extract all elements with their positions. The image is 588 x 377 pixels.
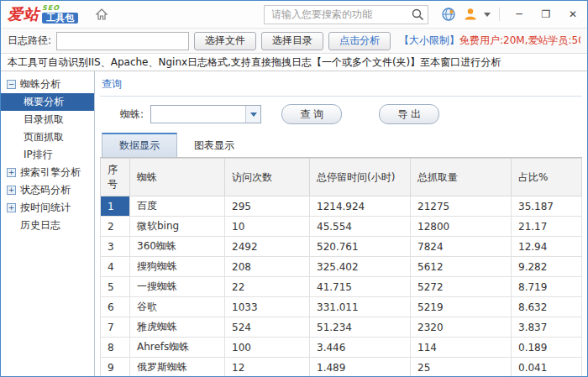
table-cell: 8.632 xyxy=(512,297,582,317)
column-header-0: 序号 xyxy=(101,159,130,196)
table-cell: 41.715 xyxy=(310,277,411,297)
table-cell: 搜狗蜘蛛 xyxy=(130,257,225,277)
user-icon[interactable] xyxy=(462,6,479,23)
table-wrap: 序号蜘蛛访问次数总停留时间(小时)总抓取量占比% 1百度2951214.9242… xyxy=(100,158,582,376)
search-icon[interactable] xyxy=(411,8,425,24)
table-cell: 25 xyxy=(411,358,512,377)
table-row-0[interactable]: 1百度2951214.9242127535.187 xyxy=(101,196,582,217)
tab-chart-view[interactable]: 图表显示 xyxy=(177,134,251,157)
table-cell: 9.282 xyxy=(512,257,582,277)
main-panel: 查询 蜘蛛: 查 询 导 出 数据显示 图表显示 序号蜘蛛访问次数总停留时间(小… xyxy=(95,71,587,376)
sidebar-item-6[interactable]: +状态码分析 xyxy=(1,181,94,199)
log-toolbar: 日志路径: 选择文件 选择目录 点击分析 【大小限制】免费用户:20M,爱站学员… xyxy=(1,29,587,54)
table-cell: 3.446 xyxy=(310,338,411,358)
sidebar-item-1[interactable]: 概要分析 xyxy=(1,93,94,111)
table-cell: 12 xyxy=(225,358,310,377)
search-box xyxy=(264,5,428,24)
column-header-5: 占比% xyxy=(512,159,582,196)
size-limit-text: 免费用户:20M,爱站学员:500M,VIP/站群用户:无限制 xyxy=(459,34,580,46)
logo-stack: SEO 工具包 xyxy=(42,5,78,24)
table-cell: 524 xyxy=(225,317,310,338)
table-row-6[interactable]: 7雅虎蜘蛛52451.23423203.837 xyxy=(101,317,582,338)
query-button[interactable]: 查 询 xyxy=(281,104,342,124)
table-cell: 5612 xyxy=(411,257,512,277)
export-button[interactable]: 导 出 xyxy=(379,104,439,124)
expand-icon[interactable]: + xyxy=(7,168,16,177)
format-notice: 本工具可自动识别IIS、Apache、Nginx日志格式,支持直接拖拽日志【一个… xyxy=(1,54,587,71)
table-cell: 百度 xyxy=(130,196,225,217)
table-cell: 51.234 xyxy=(310,317,411,338)
sidebar-item-label: 状态码分析 xyxy=(20,183,71,197)
search-input[interactable] xyxy=(264,5,428,24)
table-cell: 10 xyxy=(225,217,310,237)
view-tabs: 数据显示 图表显示 xyxy=(100,133,582,158)
select-file-button[interactable]: 选择文件 xyxy=(194,32,256,50)
table-row-2[interactable]: 3360蜘蛛2492520.761782412.94 xyxy=(101,237,582,257)
table-cell: 0.189 xyxy=(512,338,582,358)
column-header-3: 总停留时间(小时) xyxy=(310,159,411,196)
table-cell: 2320 xyxy=(411,317,512,338)
table-cell: 1 xyxy=(101,196,130,217)
sidebar-item-label: 蜘蛛分析 xyxy=(20,77,60,92)
table-header-row: 序号蜘蛛访问次数总停留时间(小时)总抓取量占比% xyxy=(101,159,582,196)
table-row-5[interactable]: 6谷歌1033331.01152198.632 xyxy=(101,297,582,317)
sidebar-item-7[interactable]: +按时间统计 xyxy=(1,199,94,217)
table-cell: 360蜘蛛 xyxy=(130,237,225,257)
user-menu-caret-icon[interactable] xyxy=(484,13,491,17)
app-logo: 爱站 SEO 工具包 xyxy=(8,4,78,24)
chevron-down-icon[interactable] xyxy=(245,106,260,123)
table-row-1[interactable]: 2微软bing1045.5541280021.17 xyxy=(101,217,582,237)
maximize-button[interactable]: ❐ xyxy=(535,5,557,24)
titlebar-separator xyxy=(499,8,500,21)
log-path-input[interactable] xyxy=(56,32,189,50)
sidebar-item-label: 页面抓取 xyxy=(24,130,64,144)
table-cell: 2 xyxy=(101,217,130,237)
minimize-button[interactable]: ─ xyxy=(508,5,530,24)
size-limit-label: 【大小限制】 xyxy=(399,34,459,46)
table-cell: 331.011 xyxy=(310,297,411,317)
table-row-8[interactable]: 9俄罗斯蜘蛛121.489250.041 xyxy=(101,358,582,377)
table-cell: 7824 xyxy=(411,237,512,257)
table-cell: 1033 xyxy=(225,297,310,317)
table-cell: 114 xyxy=(411,338,512,358)
sidebar-item-5[interactable]: +搜索引擎分析 xyxy=(1,164,94,181)
collapse-icon[interactable]: − xyxy=(7,80,16,89)
home-icon[interactable] xyxy=(92,4,112,24)
log-path-label: 日志路径: xyxy=(8,34,51,48)
table-row-3[interactable]: 4搜狗蜘蛛208325.40256129.282 xyxy=(101,257,582,277)
analyze-button[interactable]: 点击分析 xyxy=(328,32,391,50)
table-cell: 325.402 xyxy=(310,257,411,277)
table-row-4[interactable]: 5一搜蜘蛛2241.71552728.719 xyxy=(101,277,582,297)
sidebar-item-4[interactable]: IP排行 xyxy=(1,146,94,164)
table-cell: 0.041 xyxy=(512,358,582,377)
expand-icon[interactable]: + xyxy=(7,186,16,195)
table-cell: 5272 xyxy=(411,277,512,297)
globe-icon[interactable] xyxy=(440,6,457,23)
sidebar-item-2[interactable]: 目录抓取 xyxy=(1,111,94,128)
spider-select[interactable] xyxy=(150,105,261,123)
table-cell: 3 xyxy=(101,237,130,257)
select-dir-button[interactable]: 选择目录 xyxy=(261,32,323,50)
column-header-2: 访问次数 xyxy=(225,159,310,196)
sidebar-tree: −蜘蛛分析概要分析目录抓取页面抓取IP排行+搜索引擎分析+状态码分析+按时间统计… xyxy=(1,71,95,376)
sidebar-item-0[interactable]: −蜘蛛分析 xyxy=(1,76,94,93)
table-cell: 21275 xyxy=(411,196,512,217)
table-cell: 35.187 xyxy=(512,196,582,217)
sidebar-item-8[interactable]: +历史日志 xyxy=(1,217,94,234)
table-cell: 1214.924 xyxy=(310,196,411,217)
table-cell: 3.837 xyxy=(512,317,582,338)
table-cell: 9 xyxy=(101,358,130,377)
spider-label: 蜘蛛: xyxy=(120,107,144,122)
size-limit-notice: 【大小限制】免费用户:20M,爱站学员:500M,VIP/站群用户:无限制 xyxy=(399,34,580,48)
logo-text-aizhan: 爱站 xyxy=(8,4,39,24)
sidebar-item-label: IP排行 xyxy=(24,148,53,162)
table-cell: 雅虎蜘蛛 xyxy=(130,317,225,338)
table-cell: 21.17 xyxy=(512,217,582,237)
sidebar-item-3[interactable]: 页面抓取 xyxy=(1,128,94,146)
tab-data-view[interactable]: 数据显示 xyxy=(102,133,177,157)
close-button[interactable]: ✕ xyxy=(562,5,584,24)
table-cell: 295 xyxy=(225,196,310,217)
table-cell: 1.489 xyxy=(310,358,411,377)
expand-icon[interactable]: + xyxy=(7,203,16,212)
table-row-7[interactable]: 8Ahrefs蜘蛛1003.4461140.189 xyxy=(101,338,582,358)
